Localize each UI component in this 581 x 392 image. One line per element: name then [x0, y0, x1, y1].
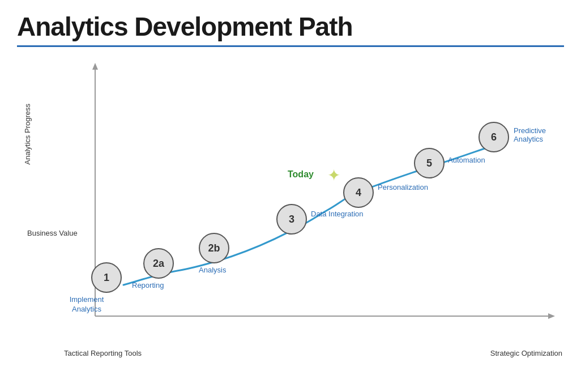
stage-label-6: Predictive Analytics: [514, 126, 562, 143]
today-label: Today: [288, 169, 314, 180]
stage-node-2a: 2a: [143, 248, 174, 279]
stage-node-2b: 2b: [199, 233, 229, 263]
stage-label-1: ImplementAnalytics: [64, 295, 109, 314]
chart-area: Analytics Progress Business Value 1 Impl…: [19, 58, 562, 359]
page-title: Analytics Development Path: [17, 11, 564, 42]
x-axis-label-left: Tactical Reporting Tools: [64, 349, 142, 357]
title-divider: [17, 45, 564, 47]
stage-node-6: 6: [479, 122, 509, 152]
stage-label-3: Data Integration: [311, 210, 364, 218]
y-axis-label: Analytics Progress: [23, 104, 33, 165]
today-star-icon: ✦: [327, 166, 340, 185]
stage-node-4: 4: [343, 177, 374, 208]
stage-node-1: 1: [91, 262, 122, 293]
stage-label-2a: Reporting: [132, 281, 164, 289]
stage-label-5: Automation: [448, 156, 485, 164]
x-axis-label-right: Strategic Optimization: [490, 349, 562, 357]
stage-node-5: 5: [414, 148, 445, 178]
svg-marker-1: [92, 63, 98, 70]
page: Analytics Development Path Analytics Pro…: [0, 0, 581, 392]
stage-node-3: 3: [276, 204, 307, 235]
chart-svg: [64, 58, 557, 342]
svg-marker-3: [548, 313, 555, 319]
stage-label-2b: Analysis: [199, 266, 226, 274]
stage-label-4: Personalization: [378, 183, 428, 191]
